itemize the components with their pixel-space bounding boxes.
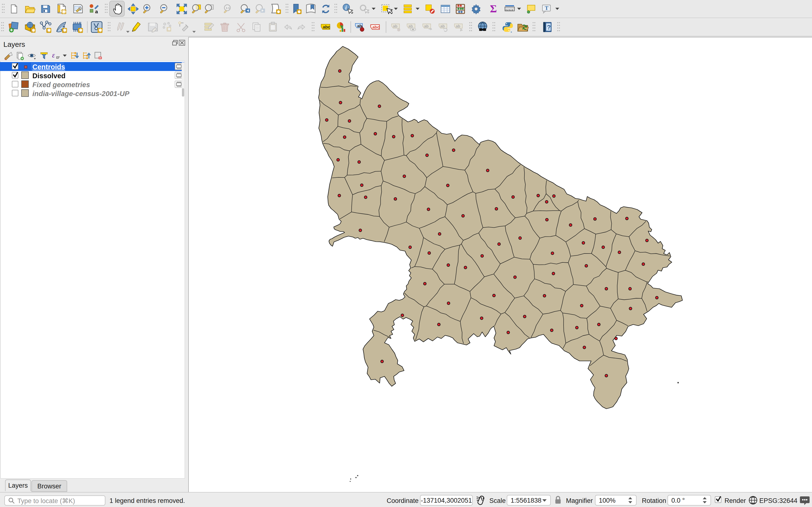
- svg-text:abc: abc: [372, 24, 379, 30]
- svg-text:ε: ε: [52, 51, 55, 59]
- svg-text:abc: abc: [323, 24, 331, 30]
- svg-text:ab: ab: [440, 24, 445, 28]
- svg-text:ab: ab: [393, 24, 397, 28]
- svg-text:✱: ✱: [79, 28, 83, 33]
- svg-text:✱: ✱: [167, 27, 170, 31]
- svg-text:✱: ✱: [63, 28, 67, 33]
- svg-text:ab: ab: [424, 24, 428, 28]
- svg-text:✱: ✱: [98, 28, 102, 33]
- svg-text:ab: ab: [456, 24, 460, 28]
- svg-text:?: ?: [547, 24, 551, 31]
- svg-text:✱: ✱: [47, 28, 51, 33]
- svg-text:1:1: 1:1: [226, 6, 230, 9]
- svg-text:i: i: [345, 5, 347, 11]
- svg-text:Σ: Σ: [490, 4, 497, 14]
- svg-text:a: a: [95, 9, 98, 14]
- svg-text:✱: ✱: [32, 28, 35, 33]
- svg-text:T: T: [545, 5, 548, 11]
- svg-text:ab: ab: [408, 24, 413, 28]
